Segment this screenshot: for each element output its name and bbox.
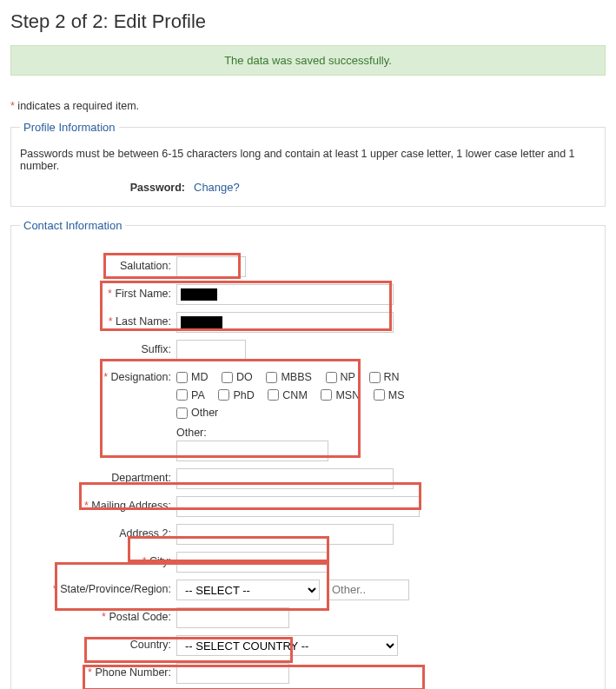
first-name-label: * First Name: (20, 284, 176, 300)
address2-label: Address 2: (20, 524, 176, 540)
state-label: * State/Province/Region: (20, 580, 176, 595)
city-input[interactable] (176, 552, 328, 573)
designation-other[interactable]: Other (176, 407, 218, 419)
designation-other-input[interactable] (176, 441, 328, 461)
designation-do[interactable]: DO (222, 371, 253, 383)
phone-label: * Phone Number: (20, 663, 176, 679)
salutation-label: Salutation: (20, 256, 176, 272)
country-select[interactable]: -- SELECT COUNTRY -- (176, 635, 398, 656)
state-other-input[interactable] (327, 580, 409, 600)
password-label: Password: (20, 182, 194, 194)
designation-np[interactable]: NP (326, 371, 355, 383)
designation-pa[interactable]: PA (176, 389, 205, 401)
suffix-label: Suffix: (20, 340, 176, 355)
change-password-link[interactable]: Change? (194, 181, 240, 194)
page-title: Step 2 of 2: Edit Profile (10, 10, 606, 33)
password-requirements: Passwords must be between 6-15 character… (20, 148, 596, 172)
designation-msn[interactable]: MSN (321, 389, 360, 401)
designation-cnm[interactable]: CNM (268, 389, 307, 401)
profile-legend: Profile Information (20, 121, 119, 134)
state-select[interactable]: -- SELECT -- (176, 580, 320, 600)
required-asterisk-icon: * (10, 100, 15, 112)
postal-input[interactable] (176, 607, 289, 628)
designation-label: * Designation: (20, 368, 176, 383)
department-label: Department: (20, 468, 176, 484)
required-note: * indicates a required item. (10, 100, 606, 112)
salutation-input[interactable] (176, 256, 246, 277)
mailing-label: * Mailing Address: (20, 496, 176, 512)
country-label: Country: (20, 635, 176, 651)
required-note-text: indicates a required item. (17, 100, 139, 112)
success-alert: The data was saved successfully. (10, 45, 606, 76)
phone-input[interactable] (176, 663, 289, 684)
department-input[interactable] (176, 468, 394, 489)
redacted-block (181, 288, 217, 301)
address2-input[interactable] (176, 524, 394, 545)
mailing-input[interactable] (176, 496, 420, 517)
redacted-block (181, 316, 222, 328)
city-label: * City: (20, 552, 176, 567)
last-name-label: * Last Name: (20, 312, 176, 328)
designation-mbbs[interactable]: MBBS (266, 371, 311, 383)
contact-legend: Contact Information (20, 219, 125, 232)
designation-ms[interactable]: MS (374, 389, 405, 401)
designation-md[interactable]: MD (176, 371, 208, 383)
designation-rn[interactable]: RN (369, 371, 400, 383)
designation-other-label: Other: (176, 427, 596, 439)
profile-information-section: Profile Information Passwords must be be… (10, 121, 606, 207)
contact-information-section: Contact Information Salutation: * First … (10, 219, 606, 689)
designation-phd[interactable]: PhD (218, 389, 254, 401)
suffix-input[interactable] (176, 340, 246, 361)
postal-label: * Postal Code: (20, 607, 176, 623)
designation-group: MD DO MBBS NP RN PA PhD CNM MSN MS Other… (176, 368, 596, 461)
